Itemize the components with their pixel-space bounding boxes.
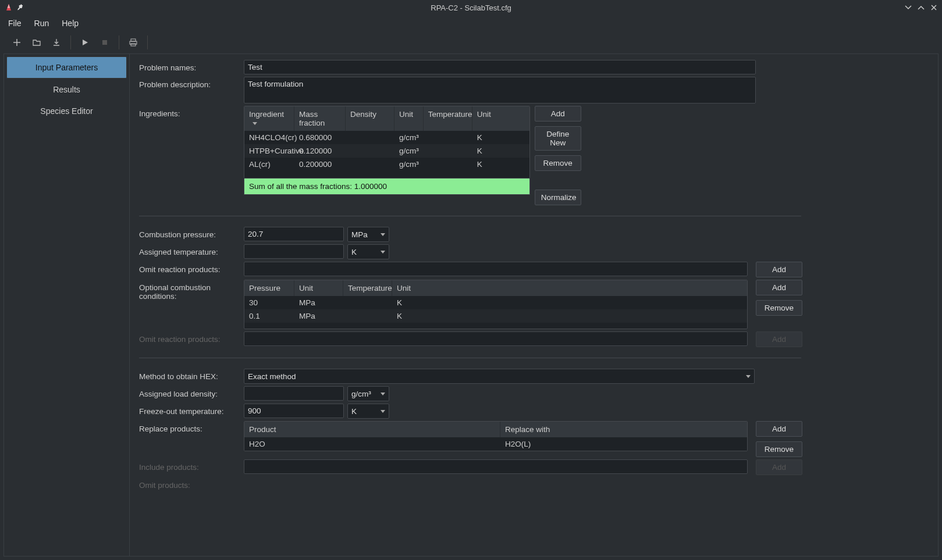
- th-unit2[interactable]: Unit: [472, 106, 529, 131]
- table-row[interactable]: H2OH2O(L): [244, 437, 747, 451]
- minimize-icon[interactable]: [905, 4, 912, 11]
- tab-input-parameters[interactable]: Input Parameters: [6, 56, 127, 79]
- freeze-out-temperature-unit-select[interactable]: K: [347, 404, 389, 419]
- content-panel: Problem names: Problem description: Test…: [130, 54, 938, 556]
- include-products-input: [244, 459, 748, 474]
- th-ingredient[interactable]: Ingredient: [249, 110, 284, 119]
- toolbar-separator: [70, 35, 71, 49]
- normalize-button[interactable]: Normalize: [535, 190, 581, 205]
- chevron-down-icon: [381, 251, 385, 254]
- combustion-pressure-unit-select[interactable]: MPa: [347, 227, 389, 242]
- divider: [139, 358, 801, 358]
- table-row[interactable]: NH4CLO4(cr)0.680000g/cm³K: [244, 131, 529, 144]
- svg-rect-0: [102, 40, 107, 45]
- assigned-load-density-input[interactable]: [244, 386, 344, 401]
- ingredients-table[interactable]: Ingredient Mass fraction Density Unit Te…: [244, 106, 530, 179]
- stop-icon: [96, 34, 113, 51]
- th-unit[interactable]: Unit: [394, 106, 424, 131]
- label-ingredients: Ingredients:: [139, 106, 244, 118]
- add-include-product-button: Add: [756, 459, 802, 475]
- label-problem-description: Problem description:: [139, 77, 244, 89]
- label-omit-reaction-products: Omit reaction products:: [139, 262, 244, 274]
- th-pressure[interactable]: Pressure: [244, 280, 294, 296]
- sidebar: Input Parameters Results Species Editor: [4, 54, 130, 556]
- th-unit[interactable]: Unit: [294, 280, 343, 296]
- replace-products-table[interactable]: Product Replace with H2OH2O(L): [244, 421, 748, 451]
- chevron-down-icon: [381, 233, 385, 236]
- menu-run[interactable]: Run: [34, 19, 49, 28]
- th-mass-fraction[interactable]: Mass fraction: [294, 106, 346, 131]
- problem-names-input[interactable]: [244, 60, 756, 74]
- menu-help[interactable]: Help: [62, 19, 79, 28]
- tab-results[interactable]: Results: [6, 79, 127, 100]
- print-icon[interactable]: [125, 34, 142, 51]
- assigned-temperature-unit-select[interactable]: K: [347, 244, 389, 259]
- table-row[interactable]: 0.1MPaK: [244, 309, 747, 323]
- open-folder-icon[interactable]: [28, 34, 45, 51]
- th-product[interactable]: Product: [244, 422, 500, 437]
- chevron-down-icon: [381, 393, 385, 395]
- th-unit2[interactable]: Unit: [392, 280, 747, 296]
- window-title: RPA-C2 - ScilabTest.cfg: [0, 3, 942, 12]
- th-replace-with[interactable]: Replace with: [500, 422, 747, 437]
- table-row[interactable]: 30MPaK: [244, 296, 747, 309]
- title-bar: RPA-C2 - ScilabTest.cfg: [0, 0, 942, 15]
- add-condition-button[interactable]: Add: [756, 280, 802, 295]
- tab-species-editor[interactable]: Species Editor: [6, 101, 127, 122]
- remove-condition-button[interactable]: Remove: [756, 300, 802, 316]
- label-assigned-temperature: Assigned temperature:: [139, 244, 244, 256]
- maximize-icon[interactable]: [918, 4, 925, 11]
- freeze-out-temperature-input[interactable]: [244, 404, 344, 418]
- method-hex-select[interactable]: Exact method: [244, 369, 755, 384]
- label-omit-products: Omit products:: [139, 477, 244, 490]
- svg-rect-1: [131, 39, 136, 41]
- omit-reaction-products-input[interactable]: [244, 262, 748, 276]
- chevron-down-icon: [746, 375, 751, 378]
- run-icon[interactable]: [76, 34, 94, 51]
- assigned-temperature-input[interactable]: [244, 244, 344, 259]
- label-combustion-pressure: Combustion pressure:: [139, 227, 244, 239]
- toolbar: [0, 31, 942, 53]
- chevron-down-icon: [253, 122, 257, 125]
- chevron-down-icon: [381, 410, 385, 413]
- label-optional-conditions: Optional combustion conditions:: [139, 280, 244, 301]
- mass-fraction-sum: Sum of all the mass fractions: 1.000000: [244, 179, 530, 195]
- assigned-load-density-unit-select[interactable]: g/cm³: [347, 386, 389, 401]
- table-row[interactable]: AL(cr)0.200000g/cm³K: [244, 158, 529, 171]
- menu-file[interactable]: File: [8, 19, 22, 28]
- label-omit-reaction-products-2: Omit reaction products:: [139, 331, 244, 344]
- add-omit-product-button[interactable]: Add: [756, 262, 802, 277]
- menu-bar: File Run Help: [0, 15, 942, 31]
- define-new-button[interactable]: Define New: [535, 126, 581, 151]
- new-file-icon[interactable]: [8, 34, 26, 51]
- remove-ingredient-button[interactable]: Remove: [535, 155, 581, 171]
- app-icon: [5, 3, 13, 12]
- conditions-table[interactable]: Pressure Unit Temperature Unit 30MPaK0.1…: [244, 280, 748, 329]
- close-icon[interactable]: [930, 4, 937, 11]
- add-omit-product-button-2: Add: [756, 331, 802, 347]
- th-temperature[interactable]: Temperature: [343, 280, 392, 296]
- label-assigned-load-density: Assigned load density:: [139, 386, 244, 398]
- table-row[interactable]: HTPB+Curative0.120000g/cm³K: [244, 144, 529, 158]
- label-method-hex: Method to obtain HEX:: [139, 369, 244, 381]
- label-replace-products: Replace products:: [139, 421, 244, 433]
- divider: [139, 216, 801, 216]
- omit-reaction-products-input-2: [244, 331, 748, 346]
- remove-replace-button[interactable]: Remove: [756, 441, 802, 457]
- save-download-icon[interactable]: [48, 34, 65, 51]
- toolbar-separator: [119, 35, 119, 49]
- th-temperature[interactable]: Temperature: [424, 106, 472, 131]
- add-ingredient-button[interactable]: Add: [535, 106, 581, 122]
- combustion-pressure-input[interactable]: [244, 227, 344, 241]
- label-freeze-out-temperature: Freeze-out temperature:: [139, 404, 244, 416]
- label-problem-names: Problem names:: [139, 60, 244, 72]
- th-density[interactable]: Density: [346, 106, 394, 131]
- add-replace-button[interactable]: Add: [756, 421, 802, 437]
- toolbar-separator: [147, 35, 148, 49]
- problem-description-input[interactable]: Test formulation: [244, 77, 756, 104]
- pin-icon[interactable]: [15, 3, 25, 13]
- label-include-products: Include products:: [139, 459, 244, 472]
